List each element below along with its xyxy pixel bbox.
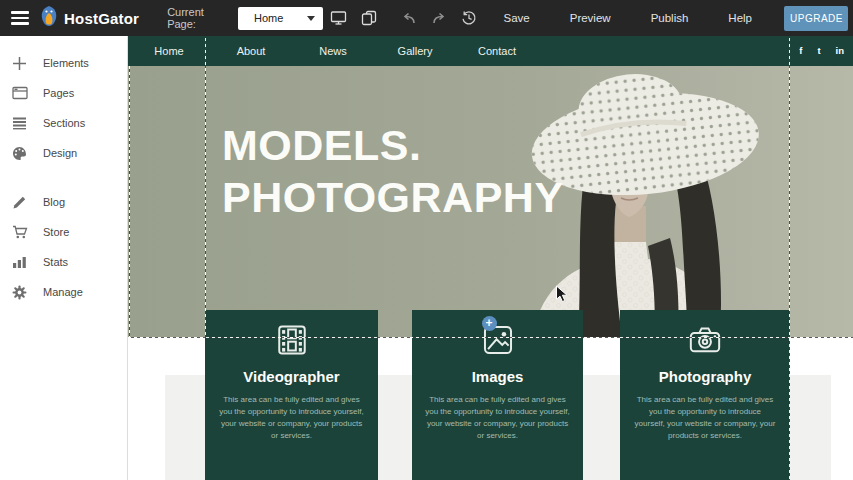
selection-boundary-right <box>789 38 790 480</box>
sidebar-item-label: Sections <box>43 117 85 129</box>
hero-title[interactable]: MODELS. PHOTOGRAPHY <box>222 120 564 223</box>
sidebar-item-design[interactable]: Design <box>0 138 127 168</box>
page-dropdown-value: Home <box>254 12 306 24</box>
history-icon[interactable] <box>461 10 477 26</box>
editor-sidebar: Elements Pages Sections <box>0 36 128 480</box>
palette-icon <box>11 146 28 161</box>
hero-section: MODELS. PHOTOGRAPHY <box>128 66 853 337</box>
sidebar-item-label: Store <box>43 226 69 238</box>
mouse-cursor <box>555 285 569 303</box>
sidebar-item-label: Design <box>43 147 77 159</box>
social-links: f t in <box>799 46 853 56</box>
sidebar-item-manage[interactable]: Manage <box>0 277 127 307</box>
card-body: This area can be fully edited and gives … <box>205 394 378 442</box>
twitter-icon[interactable]: t <box>817 46 820 56</box>
editor-topbar: HostGator Current Page: Home <box>0 0 853 36</box>
feature-card-photography[interactable]: Photography This area can be fully edite… <box>620 310 790 480</box>
sidebar-item-label: Manage <box>43 286 83 298</box>
sidebar-item-blog[interactable]: Blog <box>0 187 127 217</box>
image-add-icon: + <box>481 323 515 357</box>
page-icon <box>11 86 28 100</box>
chevron-down-icon <box>307 16 315 21</box>
help-button[interactable]: Help <box>722 11 758 25</box>
feature-card-images[interactable]: + Images This area can be fully edited a… <box>412 310 583 480</box>
sidebar-item-label: Elements <box>43 57 89 69</box>
sidebar-item-label: Stats <box>43 256 68 268</box>
sidebar-item-label: Blog <box>43 196 65 208</box>
card-body: This area can be fully edited and gives … <box>412 394 583 442</box>
desktop-preview-icon[interactable] <box>330 10 347 26</box>
section-boundary-bottom <box>128 337 853 338</box>
hostgator-logo: HostGator <box>39 5 139 31</box>
mobile-preview-icon[interactable] <box>361 10 377 26</box>
sidebar-item-elements[interactable]: Elements <box>0 48 127 78</box>
site-nav: Home About News Gallery Contact f t in <box>128 36 853 66</box>
card-title: Images <box>472 368 524 385</box>
save-button[interactable]: Save <box>498 11 536 25</box>
stats-icon <box>11 255 28 269</box>
hostgator-mascot-icon <box>39 5 59 31</box>
cart-icon <box>11 225 28 240</box>
film-icon <box>275 323 309 357</box>
site-nav-about[interactable]: About <box>210 45 292 57</box>
sidebar-item-label: Pages <box>43 87 74 99</box>
selection-boundary-left <box>129 66 130 337</box>
site-nav-home[interactable]: Home <box>128 45 210 57</box>
card-title: Videographer <box>243 368 339 385</box>
sidebar-item-pages[interactable]: Pages <box>0 78 127 108</box>
preview-button[interactable]: Preview <box>564 11 617 25</box>
feature-card-videographer[interactable]: Videographer This area can be fully edit… <box>205 310 378 480</box>
card-title: Photography <box>659 368 752 385</box>
current-page-label: Current Page: <box>167 6 228 30</box>
selection-boundary-mid <box>205 38 206 337</box>
site-canvas: Home About News Gallery Contact f t in <box>128 36 853 480</box>
upgrade-button[interactable]: UPGRADE <box>784 6 848 31</box>
logo-text: HostGator <box>64 10 139 27</box>
site-nav-contact[interactable]: Contact <box>456 45 538 57</box>
hero-title-line1: MODELS. <box>222 120 564 172</box>
app-window: HostGator Current Page: Home <box>0 0 853 480</box>
undo-icon[interactable] <box>401 11 417 25</box>
page-dropdown[interactable]: Home <box>238 7 322 30</box>
publish-button[interactable]: Publish <box>645 11 695 25</box>
gear-icon <box>11 285 28 300</box>
card-body: This area can be fully edited and gives … <box>620 394 790 442</box>
sidebar-item-store[interactable]: Store <box>0 217 127 247</box>
pencil-icon <box>11 195 28 210</box>
hero-title-line2: PHOTOGRAPHY <box>222 172 564 224</box>
menu-icon[interactable] <box>3 6 31 30</box>
sidebar-item-stats[interactable]: Stats <box>0 247 127 277</box>
plus-icon <box>11 56 28 71</box>
add-image-badge-icon[interactable]: + <box>482 316 497 331</box>
site-nav-gallery[interactable]: Gallery <box>374 45 456 57</box>
site-nav-news[interactable]: News <box>292 45 374 57</box>
redo-icon[interactable] <box>431 11 447 25</box>
facebook-icon[interactable]: f <box>799 46 802 56</box>
linkedin-icon[interactable]: in <box>836 46 844 56</box>
sidebar-item-sections[interactable]: Sections <box>0 108 127 138</box>
camera-icon <box>688 323 722 357</box>
sections-icon <box>11 116 28 130</box>
